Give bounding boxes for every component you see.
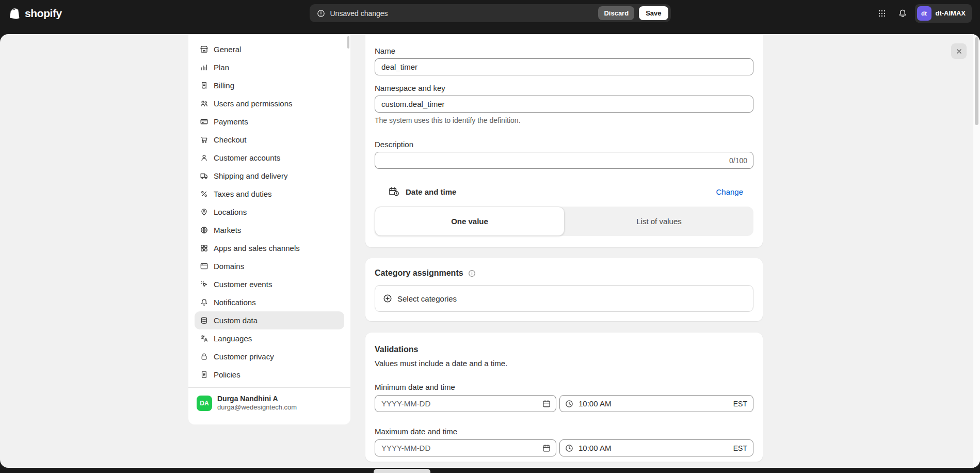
sidebar-item-taxes-and-duties[interactable]: Taxes and duties <box>195 185 344 203</box>
category-assignments-header: Category assignments <box>375 269 753 278</box>
sidebar-item-general[interactable]: General <box>195 40 344 58</box>
sidebar-item-shipping-and-delivery[interactable]: Shipping and delivery <box>195 167 344 185</box>
minimum-date-field <box>375 395 556 412</box>
apps-grid-icon <box>877 8 887 19</box>
maximum-date-field <box>375 439 556 456</box>
partially-visible-element <box>374 469 430 473</box>
sidebar-item-customer-events[interactable]: Customer events <box>195 275 344 293</box>
description-char-counter: 0/100 <box>729 156 747 165</box>
account-email: durga@wedesigntech.com <box>217 403 297 412</box>
notifications-icon <box>200 298 208 307</box>
settings-sidebar: General Plan Billing Users and permissio… <box>188 34 350 424</box>
maximum-date-input[interactable] <box>375 439 556 456</box>
sidebar-item-notifications[interactable]: Notifications <box>195 293 344 311</box>
sidebar-item-plan[interactable]: Plan <box>195 58 344 76</box>
sidebar-item-domains[interactable]: Domains <box>195 257 344 275</box>
value-mode-toggle: One value List of values <box>375 207 753 236</box>
user-avatar: dt <box>917 6 931 21</box>
apps-icon <box>200 244 208 253</box>
user-menu[interactable]: dt dt-AIMAX <box>915 4 972 23</box>
sidebar-item-customer-privacy[interactable]: Customer privacy <box>195 348 344 366</box>
maximum-timezone-label: EST <box>733 444 747 452</box>
sidebar-item-locations[interactable]: Locations <box>195 203 344 221</box>
account-avatar: DA <box>197 396 212 411</box>
sidebar-item-payments[interactable]: Payments <box>195 113 344 131</box>
locations-icon <box>200 208 208 216</box>
calendar-icon <box>542 399 551 408</box>
namespace-field <box>375 96 753 113</box>
shopify-wordmark: shopify <box>25 7 62 20</box>
bell-icon <box>897 8 908 19</box>
customer-accounts-icon <box>200 153 208 162</box>
minimum-time-input[interactable] <box>559 395 753 412</box>
description-label: Description <box>375 140 753 149</box>
minimum-date-time-label: Minimum date and time <box>375 383 753 391</box>
clock-icon <box>565 444 574 453</box>
name-label: Name <box>375 46 753 55</box>
select-categories-button[interactable]: Select categories <box>375 285 753 312</box>
maximum-time-input[interactable] <box>559 439 753 456</box>
sidebar-item-billing[interactable]: Billing <box>195 76 344 94</box>
custom-data-icon <box>200 316 208 325</box>
modal-scrollbar-thumb[interactable] <box>975 37 978 125</box>
metafield-definition-form: Name Namespace and key The system uses t… <box>365 34 763 462</box>
sidebar-item-custom-data[interactable]: Custom data <box>195 311 344 329</box>
sidebar-item-apps-and-sales-channels[interactable]: Apps and sales channels <box>195 239 344 257</box>
unsaved-changes-text: Unsaved changes <box>330 9 388 18</box>
billing-icon <box>200 81 208 90</box>
list-of-values-option[interactable]: List of values <box>565 207 753 236</box>
change-type-link[interactable]: Change <box>716 187 743 196</box>
one-value-option[interactable]: One value <box>375 207 565 236</box>
store-icon <box>200 45 208 54</box>
minimum-time-field: EST <box>559 395 753 412</box>
payments-icon <box>200 117 208 126</box>
clock-icon <box>565 399 574 408</box>
unsaved-changes-bar: Unsaved changes Discard Save <box>310 4 671 22</box>
description-field: 0/100 <box>375 152 753 169</box>
account-info: DA Durga Nandhini A durga@wedesigntech.c… <box>188 388 350 418</box>
close-icon <box>955 47 963 56</box>
sidebar-scrollbar-thumb[interactable] <box>347 36 349 49</box>
modal-scrollbar[interactable] <box>973 34 980 468</box>
namespace-input[interactable] <box>375 96 753 113</box>
maximum-time-field: EST <box>559 439 753 456</box>
sidebar-item-markets[interactable]: Markets <box>195 221 344 239</box>
languages-icon <box>200 334 208 343</box>
shopify-bag-icon <box>8 6 22 20</box>
plan-icon <box>200 63 208 72</box>
save-button[interactable]: Save <box>639 6 668 20</box>
domains-icon <box>200 262 208 271</box>
apps-grid-button[interactable] <box>874 5 890 22</box>
plus-circle-icon <box>382 293 393 304</box>
shopify-logo[interactable]: shopify <box>8 6 62 20</box>
minimum-date-input[interactable] <box>375 395 556 412</box>
sidebar-item-policies[interactable]: Policies <box>195 366 344 384</box>
markets-icon <box>200 226 208 234</box>
sidebar-item-customer-accounts[interactable]: Customer accounts <box>195 149 344 167</box>
taxes-icon <box>200 190 208 198</box>
account-text: Durga Nandhini A durga@wedesigntech.com <box>217 394 297 412</box>
sidebar-item-checkout[interactable]: Checkout <box>195 131 344 149</box>
maximum-date-time-row: EST <box>375 439 753 456</box>
sidebar-item-users-and-permissions[interactable]: Users and permissions <box>195 94 344 113</box>
sidebar-item-languages[interactable]: Languages <box>195 329 344 348</box>
customer-privacy-icon <box>200 352 208 361</box>
close-button[interactable] <box>951 43 967 59</box>
checkout-icon <box>200 135 208 144</box>
calendar-clock-icon <box>388 186 399 197</box>
description-input[interactable] <box>375 152 753 169</box>
settings-nav: General Plan Billing Users and permissio… <box>188 40 350 384</box>
maximum-date-time-label: Maximum date and time <box>375 427 753 436</box>
discard-button[interactable]: Discard <box>598 6 634 20</box>
content-type-row: Date and time Change <box>375 186 753 197</box>
users-icon <box>200 99 208 108</box>
category-assignments-card: Category assignments Select categories <box>365 258 763 321</box>
notifications-button[interactable] <box>894 5 911 22</box>
customer-events-icon <box>200 280 208 289</box>
minimum-timezone-label: EST <box>733 400 747 408</box>
policies-icon <box>200 370 208 379</box>
minimum-date-time-row: EST <box>375 395 753 412</box>
content-type-label: Date and time <box>406 187 456 196</box>
name-input[interactable] <box>375 58 753 75</box>
info-icon[interactable] <box>468 269 476 278</box>
